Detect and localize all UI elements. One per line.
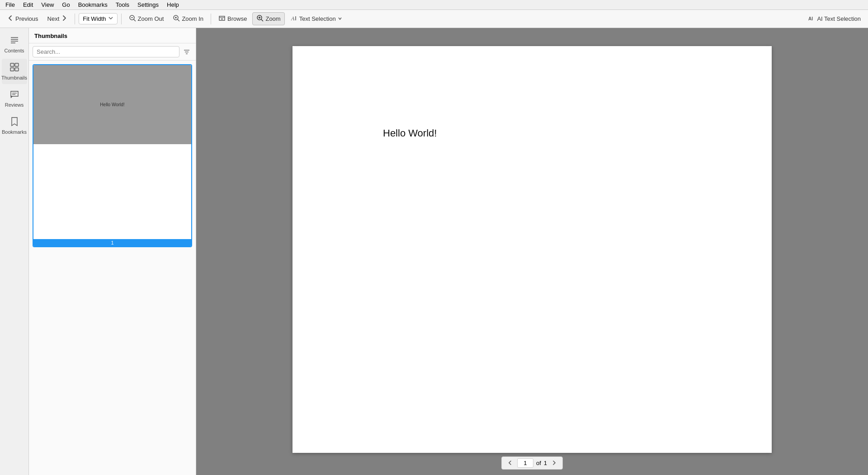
zoom-in-button[interactable]: Zoom In xyxy=(169,13,207,25)
text-selection-button[interactable]: A Text Selection xyxy=(287,13,346,25)
browse-button[interactable]: Browse xyxy=(215,13,250,25)
thumbnail-page: Hello World! xyxy=(33,65,191,239)
next-label: Next xyxy=(47,15,60,22)
svg-line-6 xyxy=(178,19,179,21)
zoom-icon xyxy=(256,14,264,23)
ai-text-selection-label: AI Text Selection xyxy=(817,15,861,22)
pdf-page: Hello World! xyxy=(292,46,772,453)
zoom-label: Zoom xyxy=(265,15,280,22)
svg-line-2 xyxy=(134,19,136,21)
sidebar-item-reviews[interactable]: Reviews xyxy=(2,86,27,111)
svg-line-9 xyxy=(261,19,263,21)
menu-settings[interactable]: Settings xyxy=(134,0,162,9)
page-total: 1 xyxy=(544,460,547,466)
panel-search xyxy=(29,43,196,61)
thumbnail-item[interactable]: Hello World! 1 xyxy=(33,64,192,247)
pdf-content: Hello World! xyxy=(292,46,772,139)
svg-point-7 xyxy=(222,19,223,20)
thumbnail-label: 1 xyxy=(33,239,191,246)
sidebar-item-thumbnails[interactable]: Thumbnails xyxy=(2,59,27,84)
sidebar-item-contents[interactable]: Contents xyxy=(2,32,27,57)
fit-width-select[interactable]: Fit Width xyxy=(79,13,117,24)
next-button[interactable]: Next xyxy=(44,13,71,24)
svg-text:A: A xyxy=(291,15,295,22)
sidebar-item-bookmarks[interactable]: Bookmarks xyxy=(2,113,27,138)
text-selection-icon: A xyxy=(290,14,297,23)
toolbar: Previous Next Fit Width Zoom Out xyxy=(0,10,868,28)
thumbnails-label: Thumbnails xyxy=(1,75,27,80)
separator-1 xyxy=(75,14,75,24)
fit-width-label: Fit Width xyxy=(83,15,106,22)
menu-help[interactable]: Help xyxy=(163,0,183,9)
sidebar-icons: Contents Thumbnails xyxy=(0,28,29,475)
menu-bar: File Edit View Go Bookmarks Tools Settin… xyxy=(0,0,868,10)
contents-icon xyxy=(9,35,19,46)
previous-button[interactable]: Previous xyxy=(4,13,42,24)
previous-icon xyxy=(7,15,14,23)
pdf-text: Hello World! xyxy=(383,127,437,139)
menu-edit[interactable]: Edit xyxy=(19,0,37,9)
thumbnails-icon xyxy=(9,62,19,73)
panel-header: Thumbnails xyxy=(29,28,196,43)
zoom-out-button[interactable]: Zoom Out xyxy=(125,13,168,25)
browse-icon xyxy=(218,14,226,23)
ai-text-selection-button[interactable]: AI AI Text Selection xyxy=(804,13,864,25)
zoom-in-label: Zoom In xyxy=(182,15,203,22)
svg-rect-19 xyxy=(10,63,14,66)
menu-file[interactable]: File xyxy=(2,0,19,9)
menu-tools[interactable]: Tools xyxy=(112,0,133,9)
svg-rect-21 xyxy=(10,68,14,71)
main-layout: Contents Thumbnails xyxy=(0,28,868,475)
panel-content: Hello World! 1 xyxy=(29,61,196,475)
thumbnail-top: Hello World! xyxy=(33,65,191,144)
zoom-out-label: Zoom Out xyxy=(138,15,164,22)
reviews-icon xyxy=(9,89,19,100)
menu-view[interactable]: View xyxy=(38,0,57,9)
bookmarks-label: Bookmarks xyxy=(2,129,27,135)
chevron-down-icon xyxy=(108,15,113,22)
page-next-button[interactable] xyxy=(550,459,559,468)
zoom-in-icon xyxy=(173,14,180,23)
filter-button[interactable] xyxy=(181,47,192,57)
thumbnail-bottom xyxy=(33,144,191,239)
reviews-label: Reviews xyxy=(5,102,24,108)
page-of-label: of xyxy=(536,460,541,466)
ai-icon: AI xyxy=(808,14,815,23)
page-nav: of 1 xyxy=(501,456,563,470)
previous-label: Previous xyxy=(15,15,38,22)
panel-title: Thumbnails xyxy=(34,33,67,39)
text-selection-chevron-icon xyxy=(338,15,342,22)
separator-2 xyxy=(121,14,122,24)
svg-rect-22 xyxy=(15,68,19,71)
menu-bookmarks[interactable]: Bookmarks xyxy=(75,0,111,9)
page-prev-button[interactable] xyxy=(505,459,514,468)
separator-3 xyxy=(211,14,211,24)
browse-label: Browse xyxy=(227,15,247,22)
zoom-button[interactable]: Zoom xyxy=(252,12,284,25)
svg-rect-20 xyxy=(15,63,19,66)
thumbnail-page-text: Hello World! xyxy=(100,102,124,107)
pdf-viewer[interactable]: Hello World! of 1 xyxy=(196,28,868,475)
svg-text:AI: AI xyxy=(808,16,813,21)
page-number-input[interactable] xyxy=(517,458,533,468)
contents-label: Contents xyxy=(4,48,24,53)
zoom-out-icon xyxy=(129,14,136,23)
search-input[interactable] xyxy=(33,46,179,57)
next-icon xyxy=(61,15,67,23)
bookmarks-icon xyxy=(9,117,19,127)
menu-go[interactable]: Go xyxy=(58,0,73,9)
panel: Thumbnails Hello World! xyxy=(29,28,196,475)
text-selection-label: Text Selection xyxy=(299,15,336,22)
